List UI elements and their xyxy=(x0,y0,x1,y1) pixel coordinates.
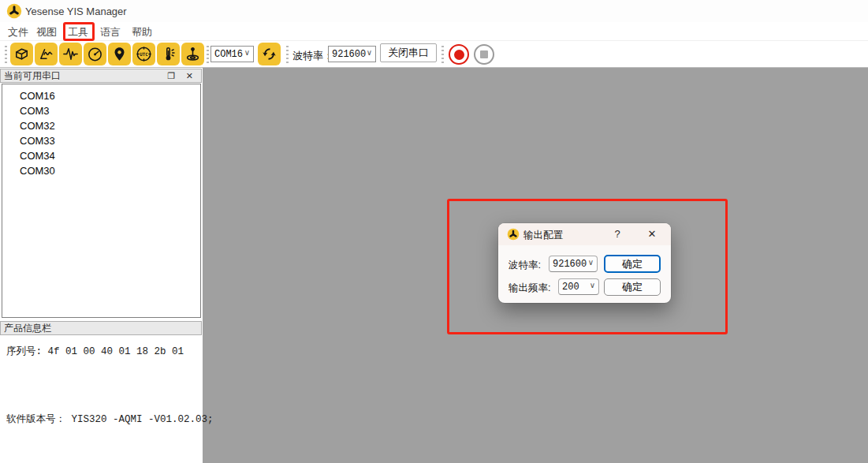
toolbar-separator xyxy=(286,46,289,63)
software-version-value: YIS320 -AQMI -V01.02.03; xyxy=(72,414,214,425)
chevron-down-icon: ∨ xyxy=(367,49,372,57)
titlebar: Yesense YIS Manager xyxy=(0,0,868,22)
ports-panel-header: 当前可用串口 ❐ ✕ xyxy=(0,69,202,83)
dialog-close-button[interactable]: ✕ xyxy=(643,227,661,241)
menu-item-view[interactable]: 视图 xyxy=(36,25,57,39)
port-list-item[interactable]: COM32 xyxy=(2,118,200,133)
cube-3d-icon xyxy=(13,45,31,63)
software-version-line: 软件版本号： YIS320 -AQMI -V01.02.03; xyxy=(6,413,214,426)
stop-button[interactable] xyxy=(474,44,494,65)
info-panel-title: 产品信息栏 xyxy=(4,323,51,334)
port-list-item[interactable]: COM3 xyxy=(2,103,200,118)
stop-square-icon xyxy=(480,50,488,58)
dialog-title: 输出配置 xyxy=(523,229,563,242)
toolbar-drag-handle xyxy=(441,46,444,63)
dialog-rate-select[interactable]: 200 ∨ xyxy=(558,278,599,295)
chevron-down-icon: ∨ xyxy=(588,259,594,267)
product-info-area: 序列号: 4f 01 00 40 01 18 2b 01 软件版本号： YIS3… xyxy=(0,336,202,463)
svg-text:UTC: UTC xyxy=(140,52,148,57)
port-select-value: COM16 xyxy=(214,49,243,60)
serial-number-value: 4f 01 00 40 01 18 2b 01 xyxy=(48,346,184,357)
serial-number-line: 序列号: 4f 01 00 40 01 18 2b 01 xyxy=(6,345,184,358)
dialog-titlebar: 输出配置 ? ✕ xyxy=(498,223,671,245)
menu-item-tools[interactable]: 工具 xyxy=(68,25,88,39)
location-pin-icon xyxy=(110,45,129,63)
angle-waveform-icon xyxy=(37,45,55,63)
attitude-chart-button[interactable] xyxy=(35,43,58,65)
record-dot-icon xyxy=(454,50,464,60)
close-serial-port-button[interactable]: 关闭串口 xyxy=(380,43,437,62)
toolbar-separator xyxy=(207,46,209,63)
info-panel-header: 产品信息栏 xyxy=(0,321,202,335)
waveform-icon xyxy=(61,45,80,63)
app-logo-icon xyxy=(6,3,22,19)
port-list-item[interactable]: COM16 xyxy=(2,88,200,103)
gauge-icon xyxy=(86,45,104,63)
window-title: Yesense YIS Manager xyxy=(25,6,127,17)
dialog-rate-label: 输出频率: xyxy=(509,282,550,295)
utc-time-button[interactable]: UTC xyxy=(132,43,155,65)
ports-panel-title: 当前可用串口 xyxy=(4,70,61,81)
port-list-item[interactable]: COM34 xyxy=(2,148,200,163)
software-version-label: 软件版本号： xyxy=(6,414,65,425)
dialog-baud-label: 波特率: xyxy=(509,259,541,272)
record-button[interactable] xyxy=(449,44,469,65)
utc-clock-icon: UTC xyxy=(135,45,153,63)
chevron-down-icon: ∨ xyxy=(244,49,250,57)
port-list-item[interactable]: COM30 xyxy=(2,163,200,178)
view-3d-button[interactable] xyxy=(10,43,33,65)
refresh-icon xyxy=(260,45,278,63)
baud-rate-value: 921600 xyxy=(332,49,366,60)
record-toolbar-group xyxy=(438,41,596,68)
calibration-button[interactable] xyxy=(181,43,204,65)
waveform-chart-button[interactable] xyxy=(59,43,82,65)
panel-float-button[interactable]: ❐ xyxy=(167,70,175,82)
app-logo-icon xyxy=(507,228,520,241)
dialog-baud-select[interactable]: 921600 ∨ xyxy=(549,256,598,272)
panel-close-button[interactable]: ✕ xyxy=(186,70,193,82)
dialog-baud-confirm-button[interactable]: 确定 xyxy=(604,255,661,273)
dialog-rate-confirm-button[interactable]: 确定 xyxy=(604,278,661,296)
chevron-down-icon: ∨ xyxy=(590,282,595,289)
location-button[interactable] xyxy=(108,43,131,65)
port-select[interactable]: COM16 ∨ xyxy=(210,46,254,62)
menu-bar: 文件 视图 工具 语言 帮助 xyxy=(0,22,868,41)
toolbar-drag-handle[interactable] xyxy=(5,46,7,63)
port-list-item[interactable]: COM33 xyxy=(2,133,200,148)
output-config-dialog: 输出配置 ? ✕ 波特率: 921600 ∨ 确定 输出频率: 200 ∨ 确定 xyxy=(498,223,671,303)
thermometer-icon xyxy=(159,45,177,63)
temperature-button[interactable] xyxy=(157,43,180,65)
calibration-pin-icon xyxy=(184,45,202,63)
port-list: COM16 COM3 COM32 COM33 COM34 COM30 xyxy=(2,84,201,318)
dialog-baud-value: 921600 xyxy=(553,259,587,270)
gauge-dashboard-button[interactable] xyxy=(84,43,106,65)
dialog-help-button[interactable]: ? xyxy=(609,227,626,241)
dialog-rate-value: 200 xyxy=(562,282,579,293)
menu-item-file[interactable]: 文件 xyxy=(8,25,28,39)
baud-rate-select[interactable]: 921600 ∨ xyxy=(328,46,376,62)
refresh-ports-button[interactable] xyxy=(258,43,281,65)
serial-number-label: 序列号: xyxy=(6,346,42,357)
menu-item-language[interactable]: 语言 xyxy=(100,25,121,39)
menu-item-help[interactable]: 帮助 xyxy=(132,25,152,39)
